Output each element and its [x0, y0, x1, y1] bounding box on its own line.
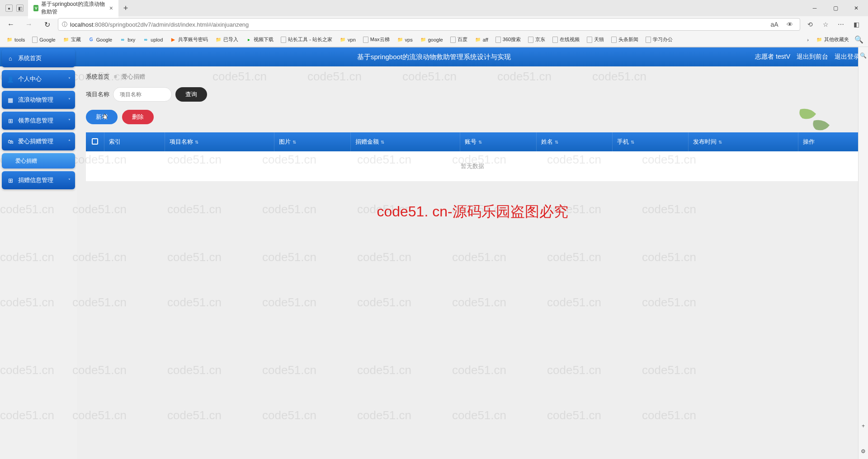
- breadcrumb-current: 爱心捐赠: [122, 73, 145, 80]
- breadcrumb: 系统首页 ≡ 爱心捐赠: [77, 66, 868, 87]
- bookmark-item[interactable]: GGoogle: [85, 35, 115, 44]
- url-input[interactable]: ⓘ localhost:8080/springboot2dlv7/admin/d…: [58, 18, 800, 31]
- app-header: 基于springboot的流浪动物救助管理系统设计与实现 志愿者 testV 退…: [0, 47, 868, 66]
- bookmark-item[interactable]: 京东: [525, 35, 548, 44]
- sidebar-item-label: 捐赠信息管理: [18, 176, 53, 184]
- data-table: 索引项目名称图片捐赠金额账号姓名手机发布时间操作 暂无数据: [86, 132, 859, 181]
- split-icon[interactable]: ◧: [850, 18, 863, 31]
- minimize-button[interactable]: ─: [805, 1, 825, 15]
- bookmark-item[interactable]: Google: [29, 35, 58, 44]
- more-icon[interactable]: ⋯: [835, 18, 847, 31]
- bookmark-item[interactable]: 360搜索: [493, 35, 524, 44]
- bookmark-overflow-icon[interactable]: ›: [804, 34, 811, 45]
- sync-icon[interactable]: ⟲: [804, 18, 816, 31]
- checkbox-icon[interactable]: [92, 138, 98, 145]
- profile-icon[interactable]: ●: [5, 5, 13, 12]
- column-header[interactable]: 图片: [274, 132, 350, 151]
- table-body: 暂无数据: [86, 151, 859, 181]
- text-size-icon[interactable]: aA: [768, 18, 781, 31]
- add-button[interactable]: 新增: [86, 110, 118, 124]
- column-header[interactable]: 姓名: [536, 132, 612, 151]
- rail-plus-icon[interactable]: +: [862, 423, 865, 429]
- user-role: 志愿者 testV: [755, 53, 790, 61]
- maximize-button[interactable]: ▢: [826, 1, 845, 15]
- bookmark-item[interactable]: Max云梯: [360, 35, 392, 44]
- rail-search-icon[interactable]: 🔍: [860, 52, 867, 59]
- forward-button[interactable]: →: [22, 17, 36, 32]
- column-header[interactable]: 索引: [104, 132, 165, 151]
- grid-icon: ⊞: [7, 177, 14, 183]
- sidebar-item[interactable]: ⌂系统首页: [2, 49, 75, 67]
- sidebar: ⌂系统首页👤个人中心˅▦流浪动物管理˅⊞领养信息管理˅🛍爱心捐赠管理˄爱心捐赠⊞…: [0, 47, 77, 459]
- app-title: 基于springboot的流浪动物救助管理系统设计与实现: [357, 53, 511, 61]
- column-header[interactable]: 捐赠金额: [350, 132, 460, 151]
- bookmark-item[interactable]: 天猫: [584, 35, 607, 44]
- sidebar-item[interactable]: ⊞捐赠信息管理˅: [2, 171, 75, 189]
- breadcrumb-sep: ≡: [114, 73, 118, 80]
- bookmark-item[interactable]: 📁vps: [394, 35, 415, 44]
- bookmark-item[interactable]: 在线视频: [550, 35, 582, 44]
- bookmark-item[interactable]: ▶共享账号密码: [167, 35, 211, 44]
- sidebar-item[interactable]: 爱心捐赠: [2, 153, 75, 169]
- bag-icon: 🛍: [7, 138, 14, 145]
- url-text: localhost:8080/springboot2dlv7/admin/dis…: [70, 21, 765, 28]
- bookmark-item[interactable]: 📁aff: [472, 35, 491, 44]
- sidebar-item-label: 爱心捐赠管理: [18, 137, 53, 145]
- workspace-icon[interactable]: ◧: [16, 5, 24, 12]
- bookmark-item[interactable]: 百度: [448, 35, 470, 44]
- close-window-button[interactable]: ✕: [846, 1, 866, 15]
- chevron-down-icon: ˅: [68, 118, 71, 123]
- back-button[interactable]: ←: [4, 17, 18, 32]
- user-icon: 👤: [7, 76, 14, 82]
- logout-front-link[interactable]: 退出到前台: [797, 53, 828, 61]
- search-row: 项目名称 查询: [86, 87, 859, 102]
- bookmark-item[interactable]: 📁宝藏: [60, 35, 84, 44]
- select-all-header[interactable]: [86, 132, 104, 151]
- logout-link[interactable]: 退出登录: [835, 53, 860, 61]
- favorite-icon[interactable]: ☆: [819, 18, 832, 31]
- addr-right-icons: ⟲ ☆ ⋯ ◧: [804, 18, 864, 31]
- sidebar-item[interactable]: ⊞领养信息管理˅: [2, 112, 75, 130]
- sidebar-item-label: 个人中心: [18, 75, 42, 83]
- delete-button[interactable]: 删除: [122, 110, 154, 124]
- column-header[interactable]: 发布时间: [689, 132, 798, 151]
- sidebar-item[interactable]: 👤个人中心˅: [2, 70, 75, 88]
- reload-button[interactable]: ↻: [40, 17, 54, 32]
- new-tab-button[interactable]: +: [119, 2, 132, 14]
- bookmark-item[interactable]: 📁vpn: [337, 35, 359, 44]
- bookmark-other[interactable]: 📁其他收藏夹: [813, 34, 852, 45]
- bookmark-item[interactable]: 站长工具 - 站长之家: [278, 35, 335, 44]
- breadcrumb-home[interactable]: 系统首页: [86, 73, 109, 80]
- sidebar-item[interactable]: 🛍爱心捐赠管理˄: [2, 132, 75, 150]
- bookmark-item[interactable]: ▸视频下载: [243, 35, 276, 44]
- bookmark-item[interactable]: 📁google: [417, 35, 446, 44]
- eye-icon[interactable]: 👁: [783, 18, 796, 31]
- box-icon: ▦: [7, 97, 14, 103]
- bookmark-item[interactable]: 📁tools: [4, 35, 28, 44]
- column-header[interactable]: 账号: [460, 132, 536, 151]
- tab-title: 基于springboot的流浪动物救助管: [41, 0, 106, 16]
- browser-tab-active[interactable]: V 基于springboot的流浪动物救助管 ×: [28, 0, 118, 19]
- action-row: 新增 删除: [86, 110, 859, 124]
- sidebar-item-label: 爱心捐赠: [15, 157, 37, 165]
- bookmarks-bar: 📁toolsGoogle📁宝藏GGoogle∞bxy∞uplod▶共享账号密码📁…: [0, 33, 868, 47]
- column-header[interactable]: 手机: [612, 132, 688, 151]
- chevron-down-icon: ˅: [68, 178, 71, 183]
- search-input[interactable]: [113, 87, 172, 102]
- bookmark-item[interactable]: 📁已导入: [212, 35, 241, 44]
- rail-settings-icon[interactable]: ⚙: [861, 448, 866, 454]
- bookmark-item[interactable]: ∞uplod: [140, 35, 165, 44]
- search-button[interactable]: 查询: [175, 87, 207, 102]
- bookmark-item[interactable]: ∞bxy: [117, 35, 138, 44]
- watermark-text: code51. cn-源码乐园盗图必究: [377, 202, 568, 222]
- bookmark-item[interactable]: 头条新闻: [609, 35, 641, 44]
- close-icon[interactable]: ×: [109, 5, 113, 12]
- browser-right-rail: 🔍 + ⚙: [858, 47, 868, 459]
- table-header: 索引项目名称图片捐赠金额账号姓名手机发布时间操作: [86, 132, 859, 151]
- column-header[interactable]: 项目名称: [165, 132, 274, 151]
- info-icon[interactable]: ⓘ: [62, 21, 67, 28]
- bookmark-item[interactable]: 学习办公: [643, 35, 675, 44]
- bookmark-search-icon[interactable]: 🔍: [854, 34, 864, 45]
- sidebar-item[interactable]: ▦流浪动物管理˅: [2, 91, 75, 109]
- column-header[interactable]: 操作: [798, 132, 859, 151]
